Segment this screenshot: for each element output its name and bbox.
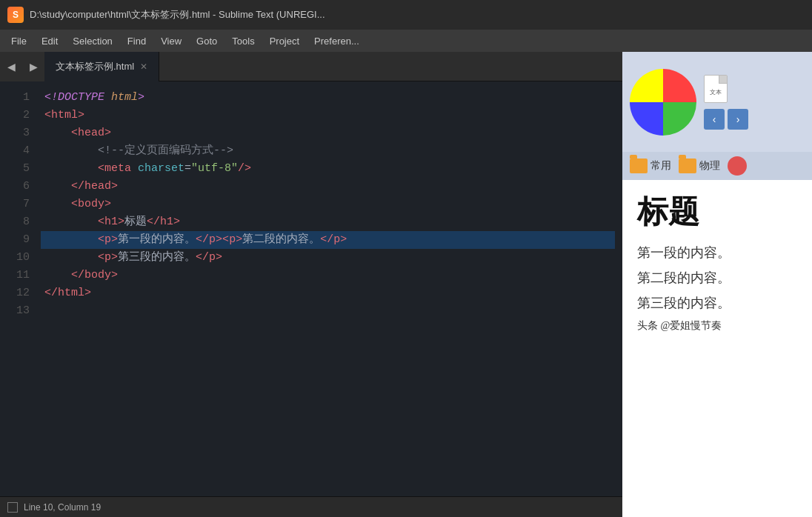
preview-h1: 标题 xyxy=(637,191,797,233)
right-panel: 文本 ‹ › 常用 物理 标题 第一段的内容 xyxy=(622,52,812,517)
code-token: > xyxy=(216,231,222,249)
status-checkbox[interactable] xyxy=(7,502,18,513)
code-token: > xyxy=(138,89,144,107)
code-token: </ xyxy=(71,267,84,284)
code-token: > xyxy=(118,213,124,231)
code-token: </ xyxy=(71,178,84,196)
preview-p2: 第二段的内容。 xyxy=(637,269,797,287)
code-line-13: </html> xyxy=(41,284,615,302)
menu-item-edit[interactable]: Edit xyxy=(34,33,65,50)
code-token: </ xyxy=(196,231,209,249)
menu-item-preferen[interactable]: Preferen... xyxy=(307,33,367,50)
code-token: > xyxy=(111,249,118,267)
status-bar: Line 10, Column 19 xyxy=(0,496,622,517)
code-token: </ xyxy=(196,249,209,267)
code-token: head xyxy=(84,178,111,196)
code-token xyxy=(44,249,98,267)
code-token: > xyxy=(111,267,118,284)
code-token: > xyxy=(104,124,111,142)
code-token: > xyxy=(84,284,91,302)
avatar xyxy=(728,156,747,176)
nav-arrows: ‹ › xyxy=(704,109,748,130)
code-token: p xyxy=(209,249,216,267)
code-token: h1 xyxy=(160,213,173,231)
preview-p1: 第一段的内容。 xyxy=(637,244,797,261)
code-token: > xyxy=(173,213,180,231)
tab-close-button[interactable]: ✕ xyxy=(140,61,147,72)
title-text: D:\study\computer\html\文本标签示例.html - Sub… xyxy=(30,8,325,21)
folder-icon-physics xyxy=(679,159,696,173)
code-token: 第三段的内容。 xyxy=(118,249,196,267)
code-token: < xyxy=(222,231,229,249)
code-token: <!DOCTYPE xyxy=(44,89,111,107)
folder-label-common: 常用 xyxy=(650,159,671,173)
code-line-5: <meta charset="utf-8"/> xyxy=(41,160,615,178)
file-icon-row: 文本 xyxy=(704,75,748,103)
right-top-icons: 文本 ‹ › xyxy=(704,75,748,130)
menu-item-find[interactable]: Find xyxy=(120,33,153,50)
code-token: > xyxy=(340,231,347,249)
nav-arrow-right[interactable]: › xyxy=(728,109,748,130)
preview-p3: 第三段的内容。 xyxy=(637,294,797,312)
right-top: 文本 ‹ › xyxy=(622,52,812,152)
tab-nav-right[interactable]: ▶ xyxy=(22,52,44,81)
folder-item-physics[interactable]: 物理 xyxy=(679,159,720,173)
code-token: h1 xyxy=(104,213,118,231)
code-token xyxy=(44,231,98,249)
code-token: < xyxy=(71,124,78,142)
code-token: < xyxy=(44,160,104,178)
tab-bar: ◀ ▶ 文本标签示例.html ✕ xyxy=(0,52,622,81)
code-token: 标题 xyxy=(124,213,147,231)
code-token: body xyxy=(78,196,104,213)
folder-label-physics: 物理 xyxy=(699,159,720,173)
code-token xyxy=(44,267,71,284)
menu-item-file[interactable]: File xyxy=(4,33,34,50)
code-token: > xyxy=(216,249,222,267)
code-token: > xyxy=(236,231,242,249)
code-token: p xyxy=(104,249,111,267)
code-content[interactable]: <!DOCTYPE html><html> <head> <!--定义页面编码方… xyxy=(33,81,622,496)
editor-panel: ◀ ▶ 文本标签示例.html ✕ 12345678910111213 <!DO… xyxy=(0,52,622,517)
tab-nav-left[interactable]: ◀ xyxy=(0,52,22,81)
menu-item-view[interactable]: View xyxy=(153,33,189,50)
tab-file[interactable]: 文本标签示例.html ✕ xyxy=(44,52,159,81)
code-token xyxy=(44,124,71,142)
code-token: p xyxy=(104,231,111,249)
code-line-7: <body> xyxy=(41,196,615,213)
code-line-2: <html> xyxy=(41,107,615,124)
code-line-11: <p>第三段的内容。</p> xyxy=(41,249,615,267)
menu-item-tools[interactable]: Tools xyxy=(224,33,262,50)
code-token: p xyxy=(333,231,340,249)
code-line-3: <head> xyxy=(41,124,615,142)
code-token: 第一段的内容。 xyxy=(118,231,196,249)
logo-circle xyxy=(630,69,696,136)
code-token: < xyxy=(98,213,104,231)
status-text: Line 10, Column 19 xyxy=(24,502,101,513)
code-token: < xyxy=(71,196,78,213)
code-area: 12345678910111213 <!DOCTYPE html><html> … xyxy=(0,81,622,496)
title-bar: S D:\study\computer\html\文本标签示例.html - S… xyxy=(0,0,812,30)
menu-item-selection[interactable]: Selection xyxy=(65,33,119,50)
code-token: --> xyxy=(213,142,233,160)
code-line-8: <h1>标题</h1> xyxy=(41,213,615,231)
menu-item-goto[interactable]: Goto xyxy=(189,33,224,50)
code-token: < xyxy=(98,231,104,249)
code-token xyxy=(44,178,71,196)
preview-footer: 头条 @爱姐慢节奏 xyxy=(637,319,797,333)
menu-bar: FileEditSelectionFindViewGotoToolsProjec… xyxy=(0,30,812,52)
code-token: "utf-8" xyxy=(191,160,238,178)
code-token: > xyxy=(104,196,111,213)
folder-bar: 常用 物理 xyxy=(622,152,812,180)
code-token xyxy=(44,196,71,213)
code-token: < xyxy=(98,249,104,267)
folder-item-common[interactable]: 常用 xyxy=(630,159,671,173)
line-numbers: 12345678910111213 xyxy=(0,81,33,496)
code-token: meta xyxy=(104,160,138,178)
main-area: ◀ ▶ 文本标签示例.html ✕ 12345678910111213 <!DO… xyxy=(0,52,812,517)
tab-label: 文本标签示例.html xyxy=(56,60,134,73)
code-token: charset xyxy=(138,160,184,178)
nav-arrow-left[interactable]: ‹ xyxy=(704,109,725,130)
code-token: > xyxy=(111,178,118,196)
file-icon-text: 文本 xyxy=(710,88,722,96)
menu-item-project[interactable]: Project xyxy=(262,33,307,50)
